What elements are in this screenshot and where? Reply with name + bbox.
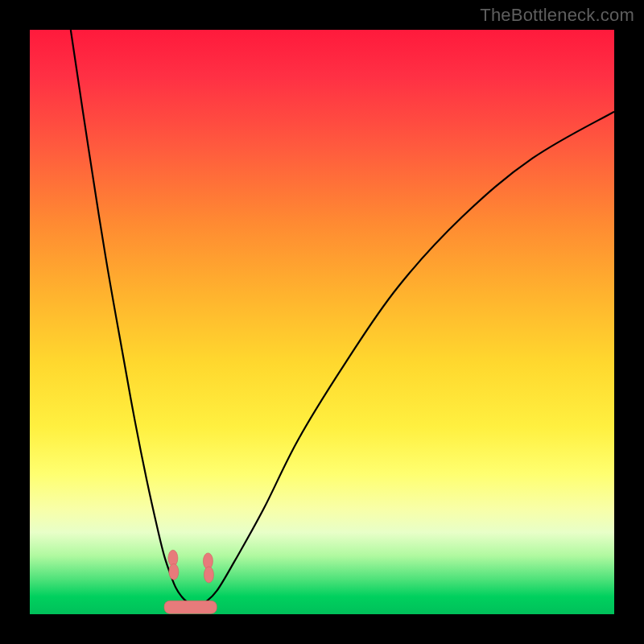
bottom-pill — [164, 601, 217, 613]
plot-area — [30, 30, 614, 614]
chart-frame: TheBottleneck.com — [0, 0, 644, 644]
curves-svg — [30, 30, 614, 614]
curve-right-branch — [205, 112, 614, 603]
left-marker-lower — [169, 564, 179, 580]
right-marker-lower — [204, 567, 213, 583]
curve-left-branch — [71, 30, 188, 602]
watermark-text: TheBottleneck.com — [480, 5, 634, 26]
markers-group — [168, 550, 214, 583]
